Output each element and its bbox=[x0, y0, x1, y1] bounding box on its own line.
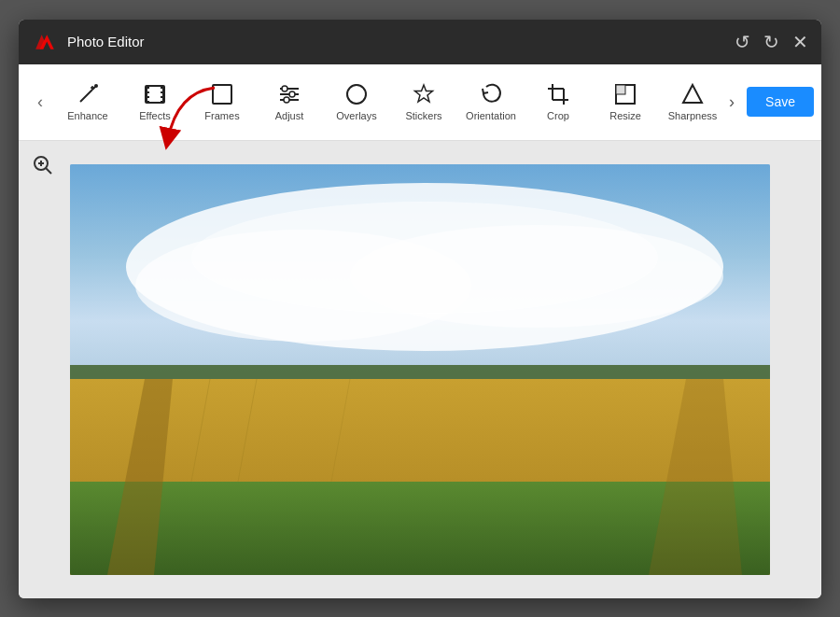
overlays-label: Overlays bbox=[336, 110, 376, 121]
overlays-icon bbox=[344, 82, 369, 106]
svg-point-2 bbox=[94, 84, 98, 88]
orientation-icon bbox=[479, 82, 503, 106]
resize-label: Resize bbox=[609, 110, 641, 121]
toolbar-back-button[interactable]: ‹ bbox=[26, 88, 54, 116]
svg-line-0 bbox=[80, 90, 92, 102]
enhance-label: Enhance bbox=[67, 110, 107, 121]
resize-icon bbox=[613, 82, 637, 106]
enhance-icon bbox=[76, 82, 100, 106]
close-button[interactable]: ✕ bbox=[792, 31, 808, 53]
svg-marker-30 bbox=[683, 85, 702, 103]
tool-adjust[interactable]: Adjust bbox=[256, 68, 323, 135]
title-bar: Photo Editor ↺ ↻ ✕ bbox=[19, 20, 821, 64]
tool-resize[interactable]: Resize bbox=[592, 68, 659, 135]
crop-icon bbox=[546, 82, 570, 106]
crop-label: Crop bbox=[547, 110, 569, 121]
app-title: Photo Editor bbox=[67, 34, 735, 49]
svg-rect-9 bbox=[147, 93, 149, 96]
svg-line-33 bbox=[46, 168, 51, 174]
tool-overlays[interactable]: Overlays bbox=[323, 68, 390, 135]
title-bar-controls: ↺ ↻ ✕ bbox=[735, 31, 808, 53]
adjust-label: Adjust bbox=[275, 110, 304, 121]
frames-icon bbox=[210, 82, 234, 106]
svg-point-21 bbox=[347, 85, 366, 104]
toolbar-tools: Enhance bbox=[54, 68, 726, 135]
effects-label: Effects bbox=[139, 110, 170, 121]
svg-point-19 bbox=[289, 91, 295, 97]
sharpness-icon bbox=[680, 82, 705, 106]
tool-sharpness[interactable]: Sharpness bbox=[659, 68, 726, 135]
app-window: Photo Editor ↺ ↻ ✕ ‹ bbox=[19, 20, 821, 598]
tool-stickers[interactable]: Stickers bbox=[390, 68, 457, 135]
adjust-icon bbox=[277, 82, 301, 106]
tool-enhance[interactable]: Enhance bbox=[54, 68, 121, 135]
effects-icon bbox=[143, 82, 167, 106]
stickers-label: Stickers bbox=[405, 110, 441, 121]
tool-crop[interactable]: Crop bbox=[525, 68, 592, 135]
undo-button[interactable]: ↺ bbox=[735, 31, 750, 53]
frames-label: Frames bbox=[204, 110, 239, 121]
svg-rect-10 bbox=[147, 98, 149, 101]
tool-frames[interactable]: Frames bbox=[189, 68, 256, 135]
photo-clouds bbox=[70, 185, 770, 370]
svg-rect-13 bbox=[161, 98, 162, 101]
save-button[interactable]: Save bbox=[747, 87, 814, 117]
svg-marker-23 bbox=[415, 85, 433, 102]
tool-effects[interactable]: Effects bbox=[121, 68, 189, 135]
orientation-label: Orientation bbox=[466, 110, 516, 121]
tool-orientation[interactable]: Orientation bbox=[457, 68, 525, 135]
svg-rect-12 bbox=[161, 93, 162, 96]
zoom-button[interactable] bbox=[32, 154, 54, 182]
svg-point-20 bbox=[284, 97, 289, 103]
app-logo bbox=[32, 29, 58, 55]
svg-rect-8 bbox=[147, 89, 149, 91]
toolbar: ‹ Enhance bbox=[19, 64, 821, 141]
svg-point-18 bbox=[282, 86, 287, 91]
svg-rect-14 bbox=[213, 85, 231, 104]
toolbar-more-button[interactable]: › bbox=[726, 88, 737, 116]
main-canvas-area bbox=[19, 141, 821, 598]
photo-canvas bbox=[70, 164, 770, 575]
sharpness-label: Sharpness bbox=[668, 110, 718, 121]
stickers-icon bbox=[412, 82, 436, 106]
redo-button[interactable]: ↻ bbox=[763, 31, 779, 53]
photo-grass bbox=[70, 484, 770, 575]
svg-rect-29 bbox=[616, 85, 625, 94]
svg-rect-11 bbox=[161, 89, 162, 91]
